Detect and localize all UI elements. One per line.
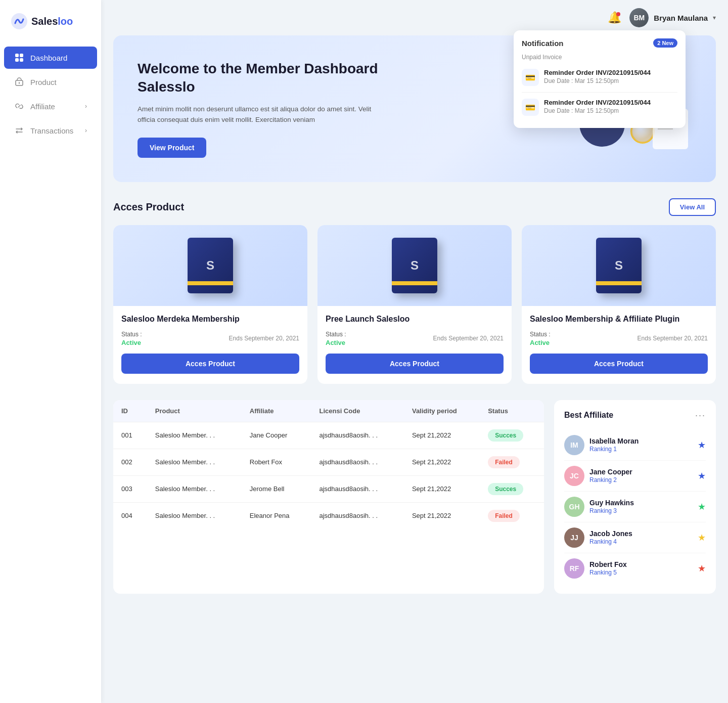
cell-product: Salesloo Member. . . <box>147 422 242 449</box>
swap-icon <box>14 125 24 136</box>
dots-menu-icon[interactable]: ··· <box>695 410 706 421</box>
chevron-right-icon: › <box>85 103 87 110</box>
notification-item-due: Due Date : Mar 15 12:50pm <box>544 107 651 114</box>
affiliate-item: IM Isabella Moran Ranking 1 ★ <box>564 430 706 461</box>
product-status: Status : Active <box>530 331 551 346</box>
notification-item-due: Due Date : Mar 15 12:50pm <box>544 77 651 84</box>
product-stripe <box>188 281 233 285</box>
notification-badge: 2 New <box>653 38 677 48</box>
svg-rect-2 <box>20 54 23 57</box>
svg-rect-4 <box>20 58 23 62</box>
cell-id: 003 <box>113 475 147 502</box>
affiliate-item: RF Robert Fox Ranking 5 ★ <box>564 553 706 584</box>
notification-item: 💳 Reminder Order INV/20210915/044 Due Da… <box>522 95 677 120</box>
affiliate-item: GH Guy Hawkins Ranking 3 ★ <box>564 492 706 522</box>
access-product-button[interactable]: Acces Product <box>326 354 504 374</box>
cell-affiliate: Robert Fox <box>242 449 311 475</box>
status-badge: Failed <box>488 510 520 522</box>
affiliate-item: JJ Jacob Jones Ranking 4 ★ <box>564 522 706 553</box>
star-icon: ★ <box>698 470 706 481</box>
logo-text: Salesloo <box>31 16 73 27</box>
status-badge: Succes <box>488 483 523 495</box>
cell-status: Succes <box>480 475 544 502</box>
affiliate-info: Isabella Moran Ranking 1 <box>589 437 693 453</box>
notification-item-content: Reminder Order INV/20210915/044 Due Date… <box>544 99 651 114</box>
user-menu[interactable]: BM Bryan Maulana ▾ <box>629 8 716 27</box>
table-header-row: ID Product Affiliate Licensi Code Validi… <box>113 400 544 422</box>
col-validity: Validity period <box>404 400 480 422</box>
status-value: Active <box>121 339 142 346</box>
affiliate-avatar: JC <box>564 466 584 486</box>
cell-id: 001 <box>113 422 147 449</box>
bottom-section: ID Product Affiliate Licensi Code Validi… <box>113 400 716 594</box>
cell-validity: Sept 21,2022 <box>404 502 480 529</box>
notification-button[interactable]: 🔔 <box>608 11 621 24</box>
product-meta: Status : Active Ends September 20, 2021 <box>121 331 299 346</box>
avatar-initials: BM <box>629 8 649 27</box>
affiliate-avatar: IM <box>564 435 584 455</box>
grid-icon <box>14 53 24 63</box>
affiliate-rank: Ranking 1 <box>589 446 693 453</box>
product-stripe <box>392 281 437 285</box>
cell-validity: Sept 21,2022 <box>404 475 480 502</box>
product-card: Salesloo Membership & Affiliate Plugin S… <box>522 225 716 384</box>
product-status: Status : Active <box>121 331 142 346</box>
sidebar-item-label: Dashboard <box>30 54 67 62</box>
status-value: Active <box>326 339 346 346</box>
notification-item: 💳 Reminder Order INV/20210915/044 Due Da… <box>522 65 677 90</box>
transactions-table-card: ID Product Affiliate Licensi Code Validi… <box>113 400 544 594</box>
table-row: 003 Salesloo Member. . . Jerome Bell ajs… <box>113 475 544 502</box>
sidebar-item-transactions[interactable]: Transactions › <box>4 119 97 142</box>
affiliate-name: Isabella Moran <box>589 437 693 445</box>
cell-status: Failed <box>480 449 544 475</box>
product-meta: Status : Active Ends September 20, 2021 <box>326 331 504 346</box>
sidebar-item-dashboard[interactable]: Dashboard <box>4 47 97 69</box>
product-box-decoration <box>188 238 233 293</box>
col-product: Product <box>147 400 242 422</box>
svg-rect-1 <box>15 54 19 57</box>
affiliate-name: Robert Fox <box>589 560 693 568</box>
sidebar-item-label: Product <box>30 78 57 86</box>
notification-item-title: Reminder Order INV/20210915/044 <box>544 69 651 76</box>
view-all-button[interactable]: View All <box>669 198 716 216</box>
product-info: Salesloo Merdeka Membership Status : Act… <box>113 314 307 346</box>
product-name: Salesloo Merdeka Membership <box>121 314 299 325</box>
product-ends: Ends September 20, 2021 <box>229 335 299 342</box>
affiliate-rank: Ranking 5 <box>589 569 693 576</box>
notification-panel: Notification 2 New Unpaid Invoice 💳 Remi… <box>514 30 686 128</box>
product-info: Salesloo Membership & Affiliate Plugin S… <box>522 314 716 346</box>
affiliate-rank: Ranking 3 <box>589 507 693 514</box>
product-meta: Status : Active Ends September 20, 2021 <box>530 331 708 346</box>
product-box-decoration <box>596 238 642 293</box>
product-image <box>317 225 512 306</box>
sidebar-item-product[interactable]: Product <box>4 71 97 93</box>
product-box-decoration <box>392 238 437 293</box>
product-info: Pree Launch Salesloo Status : Active End… <box>317 314 512 346</box>
affiliate-info: Jane Cooper Ranking 2 <box>589 468 693 484</box>
cell-affiliate: Jerome Bell <box>242 475 311 502</box>
product-status: Status : Active <box>326 331 346 346</box>
chevron-right-icon: › <box>85 127 87 134</box>
invoice-icon: 💳 <box>522 69 539 86</box>
affiliate-name: Jacob Jones <box>589 530 693 538</box>
sidebar-nav: Dashboard Product Affiliate › <box>0 47 101 142</box>
cell-affiliate: Eleanor Pena <box>242 502 311 529</box>
access-product-button[interactable]: Acces Product <box>121 354 299 374</box>
view-product-button[interactable]: View Product <box>138 138 206 158</box>
svg-rect-3 <box>15 58 19 62</box>
product-card: Salesloo Merdeka Membership Status : Act… <box>113 225 307 384</box>
cell-id: 004 <box>113 502 147 529</box>
hero-description: Amet minim mollit non deserunt ullamco e… <box>138 104 380 125</box>
notification-section-label: Unpaid Invoice <box>522 54 677 61</box>
sidebar-item-affiliate[interactable]: Affiliate › <box>4 95 97 117</box>
table-row: 002 Salesloo Member. . . Robert Fox ajsd… <box>113 449 544 475</box>
status-label: Status : <box>326 331 346 338</box>
status-value: Active <box>530 339 551 346</box>
affiliate-rank: Ranking 4 <box>589 538 693 545</box>
divider <box>522 92 677 93</box>
notification-title: Notification <box>522 39 564 48</box>
access-product-button[interactable]: Acces Product <box>530 354 708 374</box>
affiliate-avatar: GH <box>564 497 584 517</box>
cell-status: Succes <box>480 422 544 449</box>
sidebar-item-label: Transactions <box>30 126 73 135</box>
